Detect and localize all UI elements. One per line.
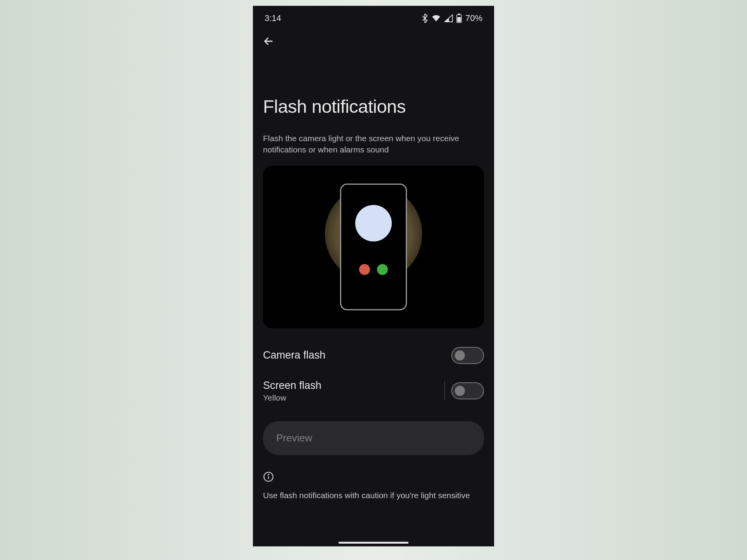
- flash-illustration: [263, 166, 484, 328]
- home-indicator[interactable]: [338, 542, 409, 544]
- camera-flash-label: Camera flash: [263, 349, 326, 361]
- info-icon: [263, 471, 274, 482]
- flash-dot-icon: [355, 205, 392, 242]
- decline-dot-icon: [359, 264, 370, 275]
- camera-flash-row[interactable]: Camera flash: [263, 339, 484, 372]
- wifi-icon: [431, 14, 441, 22]
- content: Flash notifications Flash the camera lig…: [253, 53, 494, 546]
- status-bar: 3:14 70%: [253, 6, 494, 27]
- status-right: 70%: [422, 13, 482, 23]
- camera-flash-toggle[interactable]: [451, 347, 484, 364]
- bluetooth-icon: [422, 14, 428, 23]
- preview-button[interactable]: Preview: [263, 421, 484, 455]
- screen-flash-toggle[interactable]: [451, 382, 484, 399]
- preview-label: Preview: [276, 432, 312, 444]
- phone-screen: 3:14 70% Flash notifications Flash the c…: [253, 6, 494, 546]
- accept-dot-icon: [377, 264, 388, 275]
- back-button[interactable]: [262, 35, 275, 47]
- svg-rect-1: [458, 14, 460, 15]
- signal-icon: [444, 14, 453, 22]
- screen-flash-row[interactable]: Screen flash Yellow: [263, 372, 484, 410]
- page-description: Flash the camera light or the screen whe…: [263, 133, 484, 156]
- separator: [444, 381, 445, 401]
- nav-bar: [253, 27, 494, 53]
- call-buttons-icon: [359, 264, 388, 275]
- phone-illustration: [340, 184, 407, 310]
- battery-percent: 70%: [465, 13, 482, 23]
- screen-flash-label: Screen flash: [263, 380, 321, 392]
- svg-rect-2: [457, 17, 461, 22]
- status-time: 3:14: [265, 13, 281, 23]
- screen-flash-subtitle: Yellow: [263, 393, 321, 402]
- info-text: Use flash notifications with caution if …: [263, 491, 484, 500]
- page-title: Flash notifications: [263, 96, 484, 117]
- info-section: Use flash notifications with caution if …: [263, 471, 484, 500]
- svg-point-5: [268, 474, 269, 475]
- battery-icon: [456, 14, 462, 23]
